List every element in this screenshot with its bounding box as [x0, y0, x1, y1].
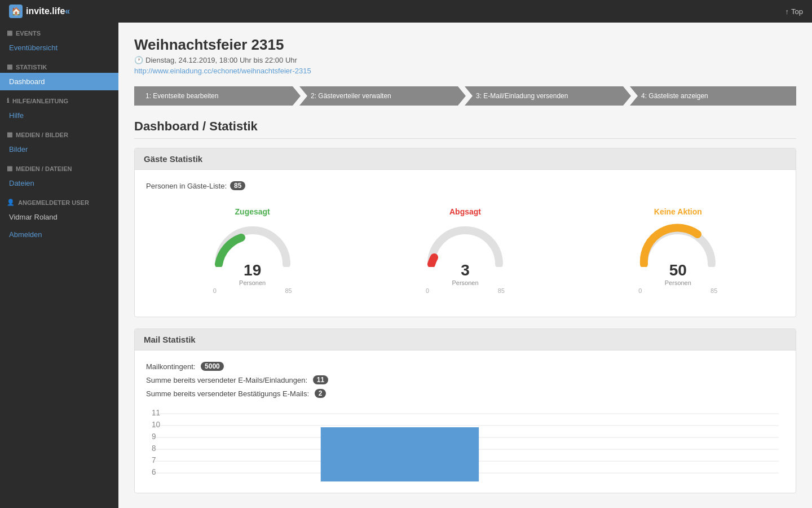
top-label: Top [791, 7, 803, 16]
gauge-zugesagt: Zugesagt 19 Personen 0 85 [196, 207, 309, 294]
gauge-keine-aktion-value: 50 [621, 261, 734, 279]
gauge-zugesagt-svg [210, 222, 295, 267]
gauge-keine-aktion-label: Keine Aktion [621, 207, 734, 216]
sidebar-section-events-label: Events [16, 30, 41, 37]
statistik-icon: ▦ [7, 63, 12, 71]
sidebar-section-medien-bilder-label: Medien / Bilder [16, 132, 68, 138]
gauge-abgsagt-label: Abgsagt [409, 207, 522, 216]
svg-text:10: 10 [152, 421, 160, 429]
logo-highlight: « [65, 6, 70, 16]
sidebar-section-user-label: Angemeldeter User [18, 199, 89, 206]
sidebar-section-statistik: ▦ Statistik [0, 56, 118, 73]
gauge-abgsagt-range: 0 85 [426, 287, 505, 294]
gauge-abgsagt-value: 3 [409, 261, 522, 279]
sidebar: ▦ Events Eventübersicht ▦ Statistik Dash… [0, 23, 118, 508]
gaeste-statistik-body: Personen in Gäste-Liste: 85 Zugesagt [135, 170, 796, 317]
sidebar-section-hilfe-label: Hilfe/Anleitung [12, 98, 68, 104]
step-1[interactable]: 1: Eventseite bearbeiten [134, 86, 301, 106]
sidebar-item-abmelden[interactable]: Abmelden [0, 226, 118, 243]
versendeter-label: Summe bereits versendeter E-Mails/Einlad… [146, 376, 307, 384]
gauge-abgsagt-svg [423, 222, 508, 267]
main-layout: ▦ Events Eventübersicht ▦ Statistik Dash… [0, 23, 812, 508]
events-icon: ▦ [7, 29, 12, 37]
sidebar-section-statistik-label: Statistik [16, 64, 47, 71]
topbar: 🏠 invite.life« ↑ Top [0, 0, 812, 23]
svg-text:11: 11 [152, 409, 160, 417]
step-2[interactable]: 2: Gästeverteiler verwalten [299, 86, 466, 106]
svg-text:9: 9 [152, 432, 156, 441]
svg-text:7: 7 [152, 456, 156, 465]
hilfe-icon: ℹ [7, 97, 9, 104]
gauge-abgsagt: Abgsagt 3 Personen 0 85 [409, 207, 522, 294]
versendeter-row: Summe bereits versendeter E-Mails/Einlad… [146, 375, 784, 384]
sidebar-item-bilder[interactable]: Bilder [0, 141, 118, 158]
top-link[interactable]: ↑ Top [785, 7, 803, 16]
gaeste-statistik-card: Gäste Statistik Personen in Gäste-Liste:… [134, 148, 796, 317]
gauge-keine-aktion: Keine Aktion 50 Personen 0 85 [621, 207, 734, 294]
logo: 🏠 invite.life« [9, 5, 70, 18]
logo-text: invite.life« [26, 6, 70, 16]
gauge-zugesagt-range: 0 85 [213, 287, 292, 294]
sidebar-section-user: 👤 Angemeldeter User [0, 192, 118, 208]
gauge-zugesagt-value: 19 [196, 261, 309, 279]
mailkontingent-label: Mailkontingent: [146, 362, 195, 371]
mail-statistik-body: Mailkontingent: 5000 Summe bereits verse… [135, 351, 796, 493]
top-arrow-icon: ↑ [785, 7, 789, 16]
medien-bilder-icon: ▦ [7, 131, 12, 138]
user-icon: 👤 [7, 199, 15, 206]
personen-count-badge: 85 [230, 181, 245, 190]
sidebar-item-eventubersicht[interactable]: Eventübersicht [0, 39, 118, 56]
event-title: Weihnachtsfeier 2315 [134, 36, 796, 54]
sidebar-section-hilfe: ℹ Hilfe/Anleitung [0, 90, 118, 107]
versendeter-value: 11 [313, 375, 328, 384]
step-3[interactable]: 3: E-Mail/Einladung versenden [465, 86, 631, 106]
sidebar-item-dashboard[interactable]: Dashboard [0, 73, 118, 90]
event-link[interactable]: http://www.einladung.cc/echonet/weihnach… [134, 67, 796, 75]
sidebar-section-medien-dateien-label: Medien / Dateien [16, 165, 72, 172]
gauge-keine-aktion-persons: Personen [621, 279, 734, 286]
chart-svg: 11 10 9 8 7 6 [152, 408, 779, 481]
mail-chart: 11 10 9 8 7 6 [146, 402, 784, 481]
gauge-zugesagt-persons: Personen [196, 279, 309, 286]
logo-icon: 🏠 [9, 5, 23, 18]
gauge-keine-aktion-range: 0 85 [638, 287, 717, 294]
steps-bar: 1: Eventseite bearbeiten 2: Gästeverteil… [134, 86, 796, 106]
event-date: 🕐 Dienstag, 24.12.2019, 18:00 Uhr bis 22… [134, 56, 796, 64]
mailkontingent-row: Mailkontingent: 5000 [146, 362, 784, 371]
sidebar-item-dateien[interactable]: Dateien [0, 174, 118, 192]
sidebar-section-medien-bilder: ▦ Medien / Bilder [0, 124, 118, 141]
personen-label: Personen in Gäste-Liste: [146, 182, 227, 190]
svg-text:6: 6 [152, 468, 156, 476]
sidebar-item-hilfe[interactable]: Hilfe [0, 107, 118, 124]
svg-text:8: 8 [152, 444, 156, 453]
bestatigungen-value: 2 [315, 389, 326, 398]
sidebar-section-events: ▦ Events [0, 23, 118, 39]
gauge-keine-aktion-svg [636, 222, 720, 267]
personen-row: Personen in Gäste-Liste: 85 [146, 181, 784, 190]
gaeste-statistik-header: Gäste Statistik [135, 148, 796, 170]
gauge-zugesagt-label: Zugesagt [196, 207, 309, 216]
clock-icon: 🕐 [134, 56, 143, 64]
mailkontingent-value: 5000 [201, 362, 224, 371]
step-4[interactable]: 4: Gästeliste anzeigen [630, 86, 796, 106]
bestatigungen-label: Summe bereits versendeter Bestätigungs E… [146, 389, 309, 398]
mail-statistik-header: Mail Statistik [135, 329, 796, 351]
page-title: Dashboard / Statistik [134, 119, 796, 139]
svg-rect-12 [321, 427, 479, 481]
gauges-row: Zugesagt 19 Personen 0 85 [146, 202, 784, 305]
sidebar-username: Vidmar Roland [0, 208, 118, 226]
mail-statistik-card: Mail Statistik Mailkontingent: 5000 Summ… [134, 329, 796, 493]
content-area: Weihnachtsfeier 2315 🕐 Dienstag, 24.12.2… [118, 23, 812, 508]
medien-dateien-icon: ▦ [7, 165, 12, 172]
bestatigungen-row: Summe bereits versendeter Bestätigungs E… [146, 389, 784, 398]
gauge-abgsagt-persons: Personen [409, 279, 522, 286]
sidebar-section-medien-dateien: ▦ Medien / Dateien [0, 158, 118, 174]
